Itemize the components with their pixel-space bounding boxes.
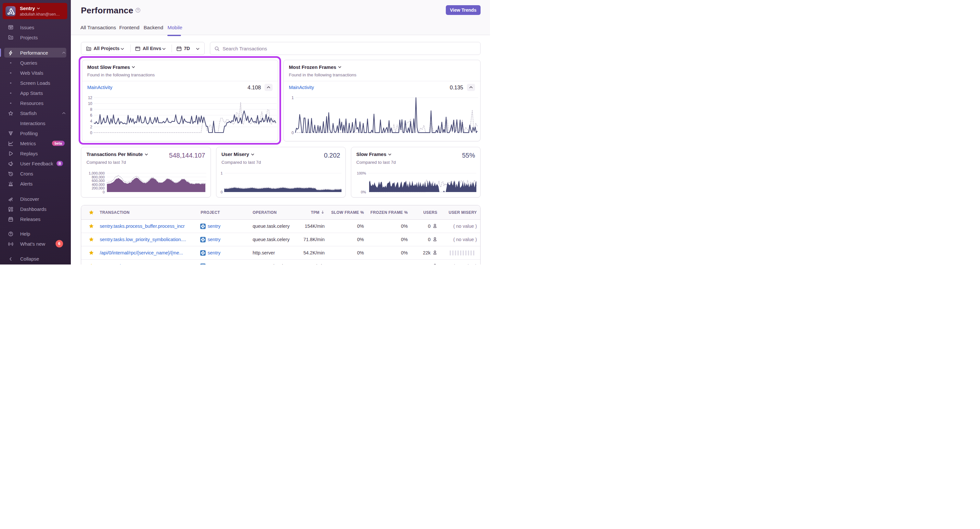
svg-text:400,000: 400,000 (92, 183, 105, 186)
svg-text:0: 0 (220, 190, 222, 194)
svg-text:1,000,000: 1,000,000 (89, 171, 105, 175)
svg-text:0: 0 (291, 130, 294, 135)
svg-text:600,000: 600,000 (92, 179, 105, 183)
svg-text:100%: 100% (357, 171, 366, 175)
svg-text:0%: 0% (361, 190, 366, 194)
svg-text:800,000: 800,000 (92, 175, 105, 179)
svg-text:1: 1 (291, 95, 294, 100)
svg-text:200,000: 200,000 (92, 186, 105, 190)
svg-text:0: 0 (103, 190, 105, 194)
svg-text:1: 1 (220, 171, 222, 175)
